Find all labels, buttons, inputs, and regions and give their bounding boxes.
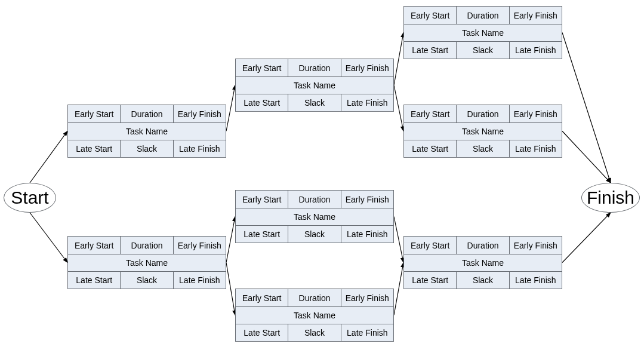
late-finish-label: Late Finish xyxy=(341,94,393,111)
dependency-arrow xyxy=(30,131,67,183)
start-label: Start xyxy=(11,188,48,208)
slack-label: Slack xyxy=(120,140,172,157)
late-finish-label: Late Finish xyxy=(341,226,393,243)
late-start-label: Late Start xyxy=(68,140,120,157)
task-row-name: Task Name xyxy=(236,208,393,225)
early-finish-label: Early Finish xyxy=(341,289,393,306)
task-row-bottom: Late StartSlackLate Finish xyxy=(68,140,226,157)
late-finish-label: Late Finish xyxy=(509,140,562,157)
duration-label: Duration xyxy=(120,105,172,122)
slack-label: Slack xyxy=(456,272,509,289)
dependency-arrow xyxy=(226,263,235,315)
task-row-name: Task Name xyxy=(236,76,393,94)
task-node: Early StartDurationEarly FinishTask Name… xyxy=(67,105,226,158)
task-name-label: Task Name xyxy=(404,123,562,140)
task-node: Early StartDurationEarly FinishTask Name… xyxy=(403,236,562,289)
task-row-bottom: Late StartSlackLate Finish xyxy=(236,324,393,341)
slack-label: Slack xyxy=(120,272,172,289)
slack-label: Slack xyxy=(456,140,509,157)
task-name-label: Task Name xyxy=(236,208,393,225)
task-row-top: Early StartDurationEarly Finish xyxy=(236,289,393,306)
task-row-bottom: Late StartSlackLate Finish xyxy=(404,271,562,289)
task-row-name: Task Name xyxy=(68,122,226,140)
dependency-arrow xyxy=(226,85,235,131)
task-row-top: Early StartDurationEarly Finish xyxy=(68,237,226,254)
dependency-arrow xyxy=(394,263,403,315)
task-row-bottom: Late StartSlackLate Finish xyxy=(404,41,562,59)
duration-label: Duration xyxy=(456,7,509,24)
late-finish-label: Late Finish xyxy=(509,272,562,289)
early-finish-label: Early Finish xyxy=(509,237,562,254)
task-row-top: Early StartDurationEarly Finish xyxy=(236,191,393,208)
task-row-name: Task Name xyxy=(404,24,562,41)
dependency-arrow xyxy=(562,33,611,183)
finish-label: Finish xyxy=(587,188,634,208)
early-finish-label: Early Finish xyxy=(341,59,393,76)
dependency-arrow xyxy=(226,217,235,263)
dependency-arrow xyxy=(394,33,403,85)
task-name-label: Task Name xyxy=(68,123,226,140)
duration-label: Duration xyxy=(288,289,340,306)
task-row-name: Task Name xyxy=(236,306,393,324)
task-name-label: Task Name xyxy=(68,254,226,271)
late-start-label: Late Start xyxy=(236,324,288,341)
task-name-label: Task Name xyxy=(236,77,393,94)
early-finish-label: Early Finish xyxy=(341,191,393,208)
early-start-label: Early Start xyxy=(404,105,456,122)
early-finish-label: Early Finish xyxy=(509,105,562,122)
duration-label: Duration xyxy=(288,191,340,208)
early-start-label: Early Start xyxy=(236,59,288,76)
slack-label: Slack xyxy=(456,42,509,59)
late-start-label: Late Start xyxy=(236,94,288,111)
slack-label: Slack xyxy=(288,324,340,341)
duration-label: Duration xyxy=(120,237,172,254)
early-start-label: Early Start xyxy=(236,191,288,208)
early-finish-label: Early Finish xyxy=(173,105,226,122)
task-node: Early StartDurationEarly FinishTask Name… xyxy=(235,59,394,112)
task-row-bottom: Late StartSlackLate Finish xyxy=(236,94,393,111)
duration-label: Duration xyxy=(456,105,509,122)
task-row-bottom: Late StartSlackLate Finish xyxy=(236,225,393,243)
task-node: Early StartDurationEarly FinishTask Name… xyxy=(67,236,226,289)
task-row-bottom: Late StartSlackLate Finish xyxy=(404,140,562,157)
late-start-label: Late Start xyxy=(68,272,120,289)
slack-label: Slack xyxy=(288,226,340,243)
task-name-label: Task Name xyxy=(404,254,562,271)
dependency-arrow xyxy=(394,85,403,131)
network-diagram-canvas: Start Finish Early StartDurationEarly Fi… xyxy=(0,0,644,362)
start-node: Start xyxy=(4,183,56,213)
task-row-top: Early StartDurationEarly Finish xyxy=(404,105,562,122)
slack-label: Slack xyxy=(288,94,340,111)
task-name-label: Task Name xyxy=(236,307,393,324)
late-finish-label: Late Finish xyxy=(173,140,226,157)
late-start-label: Late Start xyxy=(236,226,288,243)
task-row-name: Task Name xyxy=(404,254,562,271)
task-row-bottom: Late StartSlackLate Finish xyxy=(68,271,226,289)
late-start-label: Late Start xyxy=(404,42,456,59)
task-row-top: Early StartDurationEarly Finish xyxy=(236,59,393,76)
late-start-label: Late Start xyxy=(404,272,456,289)
early-start-label: Early Start xyxy=(404,237,456,254)
dependency-arrow xyxy=(562,131,611,183)
task-row-top: Early StartDurationEarly Finish xyxy=(404,7,562,24)
late-start-label: Late Start xyxy=(404,140,456,157)
dependency-arrow xyxy=(562,213,611,263)
task-row-top: Early StartDurationEarly Finish xyxy=(404,237,562,254)
dependency-arrow xyxy=(30,213,67,263)
dependency-arrow xyxy=(394,217,403,263)
task-node: Early StartDurationEarly FinishTask Name… xyxy=(235,190,394,243)
late-finish-label: Late Finish xyxy=(509,42,562,59)
task-node: Early StartDurationEarly FinishTask Name… xyxy=(403,105,562,158)
early-start-label: Early Start xyxy=(404,7,456,24)
task-row-name: Task Name xyxy=(404,122,562,140)
task-row-top: Early StartDurationEarly Finish xyxy=(68,105,226,122)
task-row-name: Task Name xyxy=(68,254,226,271)
late-finish-label: Late Finish xyxy=(173,272,226,289)
task-node: Early StartDurationEarly FinishTask Name… xyxy=(235,289,394,342)
early-start-label: Early Start xyxy=(68,237,120,254)
duration-label: Duration xyxy=(456,237,509,254)
task-node: Early StartDurationEarly FinishTask Name… xyxy=(403,6,562,59)
late-finish-label: Late Finish xyxy=(341,324,393,341)
task-name-label: Task Name xyxy=(404,24,562,41)
early-start-label: Early Start xyxy=(236,289,288,306)
